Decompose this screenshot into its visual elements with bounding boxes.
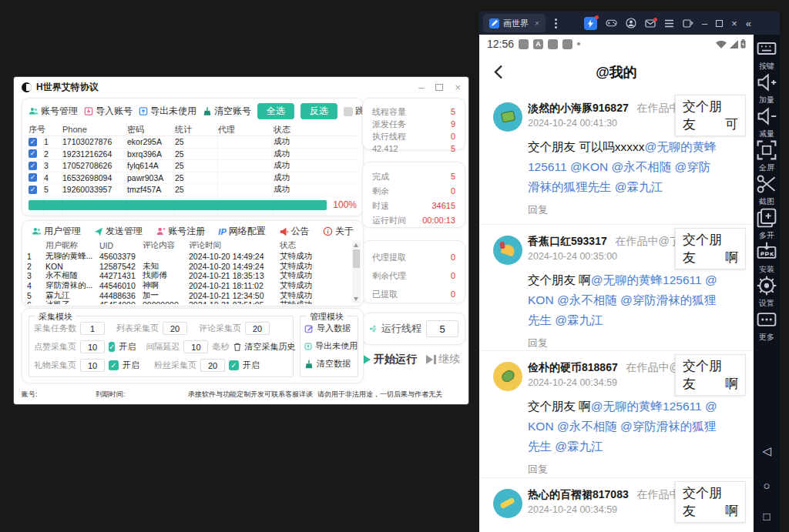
table-row[interactable]: ✓ 2 19231216264 bxrq396A 25 成功 (29, 149, 357, 161)
messages-button[interactable] (645, 19, 656, 28)
row-checkbox[interactable]: ✓ (29, 186, 37, 194)
emulator-tab[interactable]: 画世界 × (483, 14, 546, 32)
table-row[interactable]: 4穿防滑袜的...44546010神啊2024-10-21 18:11:02艾特… (27, 280, 349, 290)
row-checkbox[interactable]: ✓ (29, 138, 37, 146)
floating-clipboard-overlay[interactable]: 交个朋 友啊 (675, 354, 746, 396)
thread-count-input[interactable] (426, 320, 458, 337)
delay-input[interactable] (183, 340, 208, 353)
fans-pages-input[interactable] (200, 359, 225, 372)
sidebar-item-settings[interactable]: 设置 (754, 275, 780, 309)
continue-button[interactable]: 继续 (426, 353, 460, 366)
sidebar-item-multi-instance[interactable]: 多开 (754, 207, 780, 241)
sidebar-item-keymap[interactable]: 按键 (754, 38, 780, 72)
emulator-side-toolbar: 按键 加量 减量 全屏 截图 多开 安装 设置 更多 ◁ ○ □ (754, 35, 780, 532)
sidebar-item-more[interactable]: 更多 (754, 309, 780, 343)
mention-item[interactable]: 香蕉口红593317 在作品中@了你 2024-10-24 00:35:00 交… (479, 225, 754, 351)
maximize-button[interactable] (435, 84, 443, 91)
emu-maximize-button[interactable] (716, 20, 723, 27)
tab-send-manage[interactable]: 发送管理 (94, 225, 143, 238)
row-checkbox[interactable]: ✓ (29, 162, 37, 170)
more-vertical-icon[interactable] (555, 18, 557, 28)
close-button[interactable]: × (455, 82, 461, 93)
android-recents-button[interactable]: □ (754, 510, 780, 523)
gamepad-button[interactable] (606, 18, 617, 28)
clear-collect-history-button[interactable]: 清空采集历史 (233, 341, 295, 353)
mention-item[interactable]: 热心的百褶裙817083 在作品中@了你 2024-10-24 00:34:59… (479, 478, 754, 532)
emu-close-button[interactable]: × (731, 18, 737, 28)
table-row[interactable]: 3永不相随44271431找师傅2024-10-21 18:35:13艾特成功 (27, 270, 349, 280)
table-row[interactable]: 2KON12587542未知2024-10-20 14:49:24艾特成功 (27, 261, 349, 271)
row-checkbox[interactable]: ✓ (29, 149, 37, 158)
gift-pages-input[interactable] (80, 359, 105, 372)
table-row[interactable]: ✓ 5 19260033957 tmzf457A 25 成功 (29, 184, 357, 196)
clear-accounts-button[interactable]: 清空账号 (203, 105, 251, 118)
invert-selection-button[interactable]: 反选 (300, 103, 337, 119)
avatar[interactable] (493, 489, 522, 518)
table-scrollbar[interactable] (352, 241, 361, 303)
reply-button[interactable]: 回复 (528, 463, 754, 477)
scroll-down-icon[interactable] (354, 297, 358, 301)
tab-announcement[interactable]: 公告 (279, 225, 310, 238)
like-enabled-checkbox[interactable]: ✓ (109, 342, 115, 352)
tab-user-manage[interactable]: 用户管理 (32, 225, 81, 238)
row-checkbox[interactable]: ✓ (29, 173, 37, 182)
floating-clipboard-overlay[interactable]: 交个朋 友可 (675, 95, 746, 136)
app-tab-icon (489, 18, 499, 28)
user-name[interactable]: 香蕉口红593317 (528, 235, 607, 247)
table-row[interactable]: ✓ 3 17052708626 fylq614A 25 成功 (29, 160, 357, 172)
table-row[interactable]: 6冰凯了45454000000000002024-10-21 07:51:05艾… (27, 299, 349, 304)
table-row[interactable]: ✓ 4 16532698094 pawr903A 25 成功 (29, 172, 357, 185)
collapse-sidebar-icon[interactable]: « (746, 18, 751, 28)
start-run-button[interactable]: 开始运行 (362, 353, 417, 366)
sidebar-item-volume-down[interactable]: 减量 (754, 105, 780, 139)
import-accounts-button[interactable]: 导入账号 (84, 105, 133, 118)
scrollbar-thumb[interactable] (353, 249, 360, 268)
select-all-button[interactable]: 全选 (257, 103, 294, 119)
avatar[interactable] (493, 362, 522, 391)
fans-enabled-checkbox[interactable]: ✓ (229, 360, 239, 370)
avatar[interactable] (493, 236, 522, 265)
minimize-button[interactable]: – (418, 82, 424, 93)
reply-button[interactable]: 回复 (528, 336, 754, 350)
back-button[interactable] (492, 64, 507, 80)
gift-enabled-checkbox[interactable]: ✓ (109, 360, 119, 370)
account-button[interactable] (626, 18, 636, 28)
tab-about[interactable]: 关于 (323, 225, 354, 238)
clear-data-button[interactable]: 清空数据 (304, 358, 358, 370)
floating-clipboard-overlay[interactable]: 交个朋 友啊 (675, 228, 746, 269)
user-name[interactable]: 淡然的小海豚916827 (528, 102, 629, 114)
tab-close-icon[interactable]: × (535, 19, 539, 28)
sidebar-item-volume-up[interactable]: 加量 (754, 72, 780, 105)
table-row[interactable]: 5霖九江44488636加一2024-10-21 12:34:50艾特成功 (27, 290, 349, 300)
table-row[interactable]: 1无聊的黄蜂...456033792024-10-20 14:49:24艾特成功 (27, 251, 349, 261)
menu-button[interactable] (664, 19, 674, 28)
sidebar-item-screenshot[interactable]: 截图 (754, 173, 780, 207)
android-back-button[interactable]: ◁ (754, 444, 780, 458)
mention-item[interactable]: 淡然的小海豚916827 在作品中@了你 2024-10-24 00:41:30… (479, 92, 754, 225)
floating-clipboard-overlay[interactable]: 交个朋 友啊 (675, 481, 746, 523)
account-manage-button[interactable]: 账号管理 (29, 105, 78, 118)
sidebar-item-apk-install[interactable]: 安装 (754, 241, 780, 275)
sidebar-item-fullscreen[interactable]: 全屏 (754, 139, 780, 173)
comment-pages-input[interactable] (245, 322, 270, 335)
emu-minimize-button[interactable]: – (702, 18, 707, 28)
import-data-button[interactable]: 导入数据 (304, 323, 358, 334)
rotate-screen-button[interactable] (683, 18, 693, 28)
avatar[interactable] (493, 102, 522, 132)
table-row[interactable]: ✓ 1 17103027876 ekor295A 25 成功 (29, 136, 357, 149)
like-pages-input[interactable] (80, 340, 105, 353)
reply-button[interactable]: 回复 (528, 203, 754, 217)
mention-item[interactable]: 俭朴的硬币818867 在作品中@了你 2024-10-24 00:34:59 … (479, 351, 754, 478)
user-name[interactable]: 热心的百褶裙817083 (528, 488, 629, 500)
collect-task-input[interactable] (80, 322, 105, 335)
tab-network-config[interactable]: IP 网络配置 (218, 225, 265, 238)
tab-account-register[interactable]: 账号注册 (156, 225, 205, 238)
scroll-up-icon[interactable] (354, 243, 358, 247)
collect-module-title: 采集模块 (35, 311, 76, 323)
export-unused-data-button[interactable]: 导出未使用 (304, 340, 358, 352)
booster-button[interactable] (584, 17, 597, 30)
android-home-button[interactable]: ○ (754, 479, 780, 492)
user-name[interactable]: 俭朴的硬币818867 (528, 361, 618, 373)
export-unused-button[interactable]: 导出未使用 (139, 105, 196, 118)
list-pages-input[interactable] (163, 322, 187, 335)
